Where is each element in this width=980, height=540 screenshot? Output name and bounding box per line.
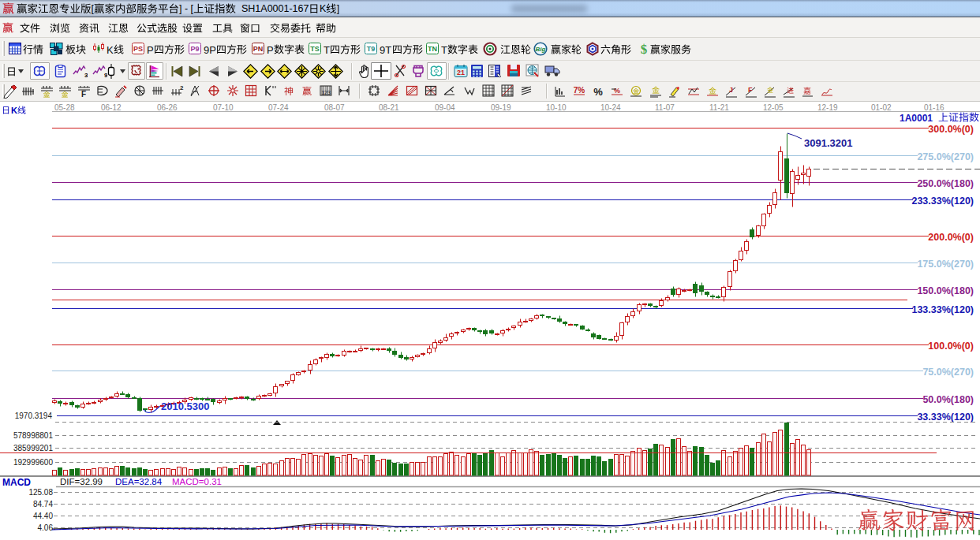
svg-text:1A0001: 1A0001 [900, 113, 933, 124]
svg-text:44.40: 44.40 [33, 512, 53, 520]
svg-text:50.0%(180): 50.0%(180) [922, 394, 974, 405]
svg-text:12-19: 12-19 [817, 103, 838, 112]
svg-text:192999600: 192999600 [13, 458, 53, 467]
svg-text:10-10: 10-10 [546, 103, 567, 112]
svg-text:150.0%(180): 150.0%(180) [917, 285, 974, 296]
svg-text:08-07: 08-07 [324, 103, 345, 112]
svg-text:%: % [614, 87, 620, 95]
svg-text:33.33%(120): 33.33%(120) [917, 412, 974, 423]
svg-text:1970.3194: 1970.3194 [15, 412, 53, 420]
svg-text:11-07: 11-07 [655, 103, 675, 112]
svg-text:07-24: 07-24 [268, 103, 289, 112]
svg-text:MACD=0.31: MACD=0.31 [172, 477, 222, 486]
svg-text:7%: 7% [574, 86, 585, 95]
svg-text:11-21: 11-21 [709, 103, 729, 112]
svg-text:01-02: 01-02 [871, 103, 892, 112]
svg-text:3091.3201: 3091.3201 [804, 137, 852, 149]
svg-text:133.33%(120): 133.33%(120) [911, 304, 974, 315]
svg-text:PN: PN [253, 45, 264, 53]
svg-text:233.33%(120): 233.33%(120) [911, 196, 974, 207]
svg-text:300.0%(0): 300.0%(0) [928, 124, 974, 135]
svg-text:01-16: 01-16 [924, 103, 944, 112]
svg-text:F: F [748, 86, 753, 94]
svg-text:K: K [11, 106, 17, 115]
svg-text:2: 2 [180, 84, 184, 91]
svg-text:PS: PS [133, 45, 143, 53]
svg-text:125.08: 125.08 [28, 488, 53, 497]
svg-text:200.0%(0): 200.0%(0) [928, 232, 974, 243]
svg-text:2010.5300: 2010.5300 [161, 400, 209, 412]
svg-text:MACD: MACD [2, 477, 31, 488]
svg-text:%: % [593, 86, 603, 98]
svg-text:100.0%(0): 100.0%(0) [928, 341, 974, 352]
svg-text:385999201: 385999201 [13, 444, 53, 452]
svg-text:P9: P9 [190, 45, 199, 53]
svg-text:09-19: 09-19 [491, 103, 511, 112]
svg-text:578998801: 578998801 [13, 431, 53, 440]
svg-text:3: 3 [84, 72, 88, 78]
svg-text:F: F [81, 90, 86, 99]
svg-text:06-12: 06-12 [101, 103, 122, 112]
svg-text:250.0%(180): 250.0%(180) [917, 178, 974, 189]
svg-text:4.06: 4.06 [38, 523, 54, 532]
svg-text:07-10: 07-10 [213, 103, 234, 112]
svg-text:84.74: 84.74 [33, 500, 53, 508]
svg-text:275.0%(270): 275.0%(270) [917, 151, 974, 162]
svg-text:12-05: 12-05 [763, 103, 784, 112]
svg-text:Big: Big [536, 46, 546, 53]
svg-text:$: $ [641, 42, 648, 57]
svg-text:21: 21 [457, 69, 465, 76]
svg-text:09-04: 09-04 [435, 103, 455, 112]
svg-text:J: J [729, 86, 733, 94]
svg-text:08-21: 08-21 [379, 103, 399, 112]
svg-text:DIF=32.99: DIF=32.99 [60, 477, 103, 486]
svg-text:75.0%(270): 75.0%(270) [922, 367, 974, 378]
svg-text:T9: T9 [367, 45, 376, 53]
svg-text:DEA=32.84: DEA=32.84 [115, 477, 163, 486]
svg-text:TS: TS [310, 45, 320, 53]
svg-text:06-26: 06-26 [157, 103, 178, 112]
svg-text:TN: TN [428, 45, 437, 53]
svg-text:175.0%(270): 175.0%(270) [917, 259, 974, 270]
svg-text:05-28: 05-28 [54, 103, 75, 112]
svg-text:123: 123 [321, 90, 331, 95]
svg-text:10-24: 10-24 [600, 103, 621, 112]
